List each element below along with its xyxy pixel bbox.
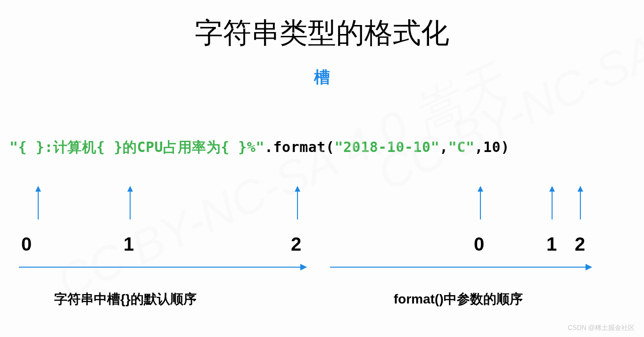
hz-arrow-right bbox=[330, 267, 592, 268]
code-seg-8: , bbox=[439, 139, 448, 155]
left-index-1: 1 bbox=[124, 234, 134, 255]
bg-watermark-1: CC BY-NC-SA 4.0 嵩天 bbox=[47, 51, 516, 315]
arrow-left-2 bbox=[297, 186, 298, 219]
right-caption: format()中参数的顺序 bbox=[394, 290, 523, 308]
hz-arrow-left bbox=[19, 267, 306, 268]
left-index-2: 2 bbox=[291, 234, 301, 255]
code-seg-2: 计算机 bbox=[53, 139, 97, 155]
arrow-left-1 bbox=[130, 186, 131, 219]
code-seg-5: { }%" bbox=[221, 139, 264, 155]
code-seg-9: "C" bbox=[448, 139, 475, 155]
right-index-2: 2 bbox=[575, 234, 585, 255]
footer-watermark: CSDN @稀土掘金社区 bbox=[568, 324, 635, 332]
subtitle-slot: 槽 bbox=[0, 67, 644, 88]
code-example-line: "{ }:计算机{ }的CPU占用率为{ }%".format("2018-10… bbox=[0, 138, 644, 157]
code-seg-1: "{ }: bbox=[9, 139, 53, 155]
code-seg-4: 的CPU占用率为 bbox=[123, 139, 221, 155]
right-index-0: 0 bbox=[474, 234, 484, 255]
left-index-0: 0 bbox=[21, 234, 32, 255]
left-caption: 字符串中槽{}的默认顺序 bbox=[54, 290, 197, 308]
slide-title: 字符串类型的格式化 bbox=[0, 14, 644, 52]
arrow-right-1 bbox=[552, 186, 553, 219]
arrow-right-0 bbox=[480, 186, 481, 219]
code-seg-3: { } bbox=[96, 139, 123, 155]
code-seg-6: .format( bbox=[264, 139, 335, 155]
right-index-1: 1 bbox=[546, 234, 557, 255]
arrow-right-2 bbox=[580, 186, 581, 219]
code-seg-10: ,10) bbox=[475, 139, 510, 155]
arrow-left-0 bbox=[38, 186, 39, 219]
code-seg-7: "2018-10-10" bbox=[335, 139, 440, 155]
